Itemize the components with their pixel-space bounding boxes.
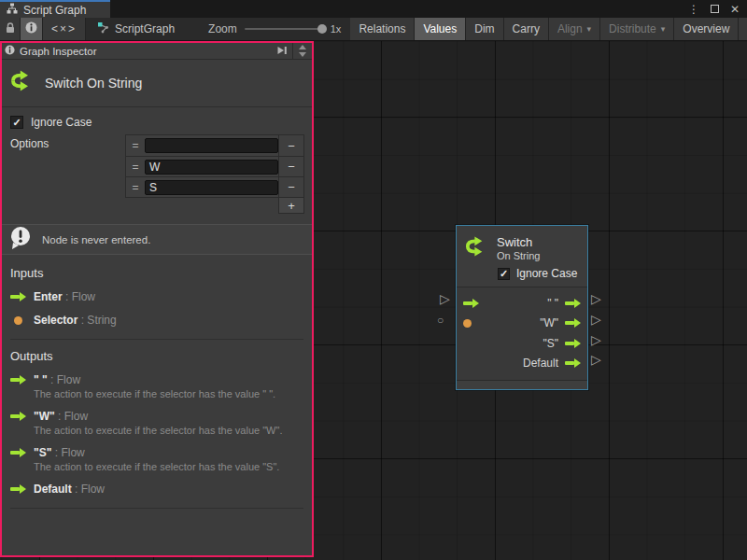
ignore-case-label: Ignore Case <box>31 116 92 129</box>
tab-label: Script Graph <box>23 4 86 17</box>
window-controls: ⋮ ✕ <box>688 0 747 18</box>
node-enter-port-marker[interactable]: ▷ <box>440 292 450 305</box>
drag-handle-icon[interactable]: = <box>126 161 145 174</box>
window-close-button[interactable]: ✕ <box>730 4 740 15</box>
carry-label: Carry <box>513 22 540 35</box>
lock-button[interactable] <box>0 18 21 40</box>
port-label: " " <box>547 297 558 310</box>
option-value-input[interactable]: W <box>145 160 278 175</box>
outputs-heading: Outputs <box>10 349 303 363</box>
node-selector-port-marker[interactable]: ○ <box>437 314 444 327</box>
zoom-slider[interactable] <box>245 28 323 30</box>
option-row: = W − <box>126 156 303 176</box>
port-type: : Flow <box>75 483 105 496</box>
warning-text: Node is never entered. <box>42 234 150 245</box>
output-port-row: "W" : Flow <box>10 410 303 423</box>
option-value-input[interactable] <box>145 138 278 153</box>
remove-option-button[interactable]: − <box>278 177 303 197</box>
input-port-row: Selector : String <box>10 314 303 327</box>
script-graph-icon <box>97 21 109 36</box>
output-flow-arrow-icon[interactable] <box>565 318 581 328</box>
chevron-down-icon <box>587 24 592 34</box>
overview-button[interactable]: Overview <box>674 18 739 40</box>
carry-button[interactable]: Carry <box>504 18 549 40</box>
values-label: Values <box>423 22 457 35</box>
port-description: The action to execute if the selector ha… <box>34 388 303 399</box>
node-ignore-case-checkbox-row: Ignore Case <box>498 267 580 280</box>
scroll-down-icon[interactable] <box>299 52 306 57</box>
tab-script-graph[interactable]: Script Graph <box>0 0 110 18</box>
port-description: The action to execute if the selector ha… <box>34 461 303 472</box>
values-button[interactable]: Values <box>415 18 466 40</box>
edit-source-button[interactable]: <×> <box>43 18 86 40</box>
inspector-title: Graph Inspector <box>20 46 96 57</box>
port-type: : Flow <box>50 373 80 386</box>
port-label: Default <box>523 357 558 370</box>
node-output-default-port-marker[interactable]: ▷ <box>591 353 601 366</box>
flow-arrow-icon <box>10 412 26 421</box>
add-option-button[interactable]: + <box>278 198 304 214</box>
ignore-case-row: Ignore Case <box>10 116 312 129</box>
drag-handle-icon[interactable]: = <box>126 181 145 194</box>
remove-option-button[interactable]: − <box>278 157 303 176</box>
port-type: : Flow <box>55 446 85 459</box>
dim-button[interactable]: Dim <box>466 18 503 40</box>
ignore-case-checkbox[interactable] <box>10 116 23 129</box>
zoom-value: 1x <box>331 23 342 35</box>
node-footer <box>457 380 587 389</box>
input-port-row: Enter : Flow <box>10 290 303 303</box>
dock-panel-icon[interactable] <box>276 45 288 58</box>
option-value-input[interactable]: S <box>145 180 278 195</box>
flow-arrow-icon <box>10 448 26 457</box>
port-label: "S" <box>543 337 558 350</box>
zoom-label: Zoom <box>208 22 237 35</box>
warning-bubble-icon <box>8 226 33 253</box>
zoom-slider-knob[interactable] <box>317 24 327 34</box>
output-flow-arrow-icon[interactable] <box>565 358 581 368</box>
flow-arrow-icon <box>10 375 26 385</box>
relations-button[interactable]: Relations <box>350 18 415 40</box>
port-name: "W" <box>34 410 55 423</box>
dim-label: Dim <box>474 22 494 35</box>
overview-label: Overview <box>683 22 729 35</box>
remove-option-button[interactable]: − <box>278 135 303 156</box>
inspector-node-title-block: Switch On String <box>2 60 312 106</box>
output-flow-arrow-icon[interactable] <box>565 339 581 348</box>
inspector-toggle-button[interactable] <box>21 18 43 40</box>
switch-node-icon <box>9 68 35 97</box>
port-type: : Flow <box>58 410 88 423</box>
relations-label: Relations <box>359 22 405 35</box>
port-name: Selector <box>34 314 78 327</box>
graph-breadcrumb[interactable]: ScriptGraph <box>86 18 186 40</box>
switch-on-string-node[interactable]: Switch On String Ignore Case " " "W" "S" <box>456 225 588 390</box>
node-output-w-port-marker[interactable]: ▷ <box>591 313 601 326</box>
node-row-default: Default <box>463 354 581 374</box>
scroll-up-icon[interactable] <box>299 45 306 49</box>
port-name: Default <box>34 483 72 496</box>
selector-value-dot-icon[interactable] <box>463 319 472 328</box>
node-row-s: "S" <box>463 333 581 354</box>
node-output-space-port-marker[interactable]: ▷ <box>591 292 601 305</box>
flow-arrow-icon <box>10 292 26 301</box>
chevron-down-icon <box>661 24 666 34</box>
align-button[interactable]: Align <box>549 18 600 40</box>
node-output-s-port-marker[interactable]: ▷ <box>591 333 601 346</box>
full-screen-button[interactable]: Full Screen <box>739 18 747 40</box>
output-port-row: " " : Flow <box>10 373 303 386</box>
drag-handle-icon[interactable]: = <box>126 139 145 152</box>
window-menu-button[interactable]: ⋮ <box>688 4 699 15</box>
node-ignore-case-checkbox[interactable] <box>498 268 510 280</box>
enter-flow-arrow-icon[interactable] <box>463 299 479 308</box>
window-maximize-button[interactable] <box>711 5 719 13</box>
output-port-row: Default : Flow <box>10 483 303 496</box>
switch-node-icon <box>464 234 488 262</box>
distribute-button[interactable]: Distribute <box>600 18 674 40</box>
node-header[interactable]: Switch On String Ignore Case <box>457 226 587 287</box>
zoom-control: Zoom 1x <box>199 18 350 40</box>
inspector-scroll-spinner <box>292 43 309 59</box>
graph-toolbar: <×> ScriptGraph Zoom 1x Relations Values… <box>0 18 747 41</box>
info-icon <box>5 45 15 57</box>
inputs-heading: Inputs <box>10 266 303 280</box>
output-flow-arrow-icon[interactable] <box>565 299 581 308</box>
options-label: Options <box>10 134 125 214</box>
